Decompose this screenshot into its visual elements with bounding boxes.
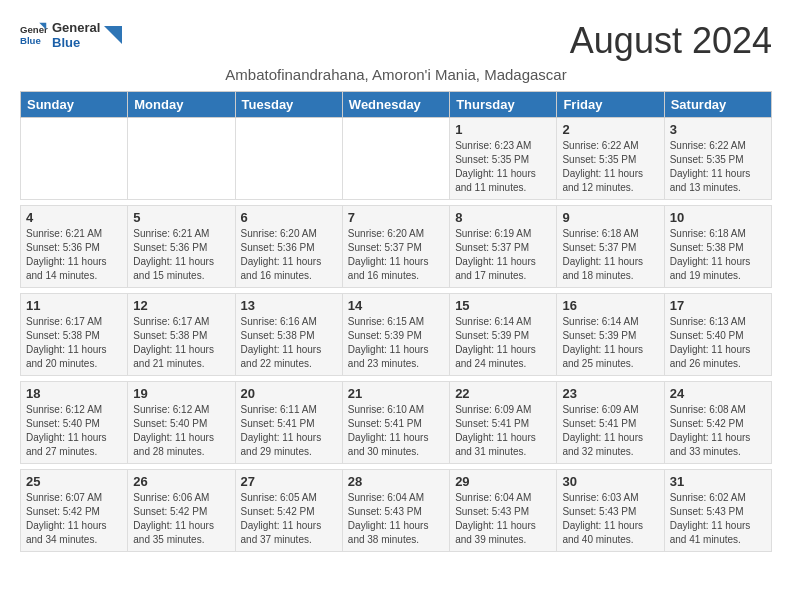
week-row-2: 11 Sunrise: 6:17 AM Sunset: 5:38 PM Dayl…: [21, 294, 772, 376]
calendar-cell: 11 Sunrise: 6:17 AM Sunset: 5:38 PM Dayl…: [21, 294, 128, 376]
calendar-cell: 14 Sunrise: 6:15 AM Sunset: 5:39 PM Dayl…: [342, 294, 449, 376]
header-thursday: Thursday: [450, 92, 557, 118]
header-tuesday: Tuesday: [235, 92, 342, 118]
sunset-label: Sunset: 5:43 PM: [562, 506, 636, 517]
day-number: 23: [562, 386, 658, 401]
calendar-cell: 22 Sunrise: 6:09 AM Sunset: 5:41 PM Dayl…: [450, 382, 557, 464]
day-number: 9: [562, 210, 658, 225]
sunset-label: Sunset: 5:40 PM: [133, 418, 207, 429]
daylight-label: Daylight: 11 hours and 39 minutes.: [455, 520, 536, 545]
sunrise-label: Sunrise: 6:09 AM: [562, 404, 638, 415]
sunset-label: Sunset: 5:35 PM: [562, 154, 636, 165]
day-info: Sunrise: 6:20 AM Sunset: 5:37 PM Dayligh…: [348, 227, 444, 283]
day-info: Sunrise: 6:05 AM Sunset: 5:42 PM Dayligh…: [241, 491, 337, 547]
logo-icon: General Blue: [20, 21, 48, 49]
calendar-cell: 29 Sunrise: 6:04 AM Sunset: 5:43 PM Dayl…: [450, 470, 557, 552]
svg-text:Blue: Blue: [20, 35, 41, 46]
sunrise-label: Sunrise: 6:21 AM: [26, 228, 102, 239]
day-info: Sunrise: 6:09 AM Sunset: 5:41 PM Dayligh…: [455, 403, 551, 459]
week-row-0: 1 Sunrise: 6:23 AM Sunset: 5:35 PM Dayli…: [21, 118, 772, 200]
sunrise-label: Sunrise: 6:05 AM: [241, 492, 317, 503]
week-row-3: 18 Sunrise: 6:12 AM Sunset: 5:40 PM Dayl…: [21, 382, 772, 464]
sunrise-label: Sunrise: 6:09 AM: [455, 404, 531, 415]
sunset-label: Sunset: 5:38 PM: [26, 330, 100, 341]
calendar-cell: 28 Sunrise: 6:04 AM Sunset: 5:43 PM Dayl…: [342, 470, 449, 552]
calendar-cell: 26 Sunrise: 6:06 AM Sunset: 5:42 PM Dayl…: [128, 470, 235, 552]
daylight-label: Daylight: 11 hours and 31 minutes.: [455, 432, 536, 457]
sunset-label: Sunset: 5:40 PM: [670, 330, 744, 341]
sunrise-label: Sunrise: 6:16 AM: [241, 316, 317, 327]
sunrise-label: Sunrise: 6:21 AM: [133, 228, 209, 239]
daylight-label: Daylight: 11 hours and 11 minutes.: [455, 168, 536, 193]
sunset-label: Sunset: 5:38 PM: [133, 330, 207, 341]
sunrise-label: Sunrise: 6:13 AM: [670, 316, 746, 327]
daylight-label: Daylight: 11 hours and 23 minutes.: [348, 344, 429, 369]
daylight-label: Daylight: 11 hours and 14 minutes.: [26, 256, 107, 281]
sunset-label: Sunset: 5:39 PM: [348, 330, 422, 341]
day-number: 27: [241, 474, 337, 489]
calendar-cell: [21, 118, 128, 200]
day-info: Sunrise: 6:17 AM Sunset: 5:38 PM Dayligh…: [26, 315, 122, 371]
day-number: 19: [133, 386, 229, 401]
calendar-cell: 2 Sunrise: 6:22 AM Sunset: 5:35 PM Dayli…: [557, 118, 664, 200]
calendar-cell: 15 Sunrise: 6:14 AM Sunset: 5:39 PM Dayl…: [450, 294, 557, 376]
sunrise-label: Sunrise: 6:17 AM: [26, 316, 102, 327]
sunrise-label: Sunrise: 6:23 AM: [455, 140, 531, 151]
sunset-label: Sunset: 5:42 PM: [133, 506, 207, 517]
sunset-label: Sunset: 5:40 PM: [26, 418, 100, 429]
sunset-label: Sunset: 5:43 PM: [670, 506, 744, 517]
calendar-cell: 30 Sunrise: 6:03 AM Sunset: 5:43 PM Dayl…: [557, 470, 664, 552]
sunrise-label: Sunrise: 6:20 AM: [348, 228, 424, 239]
day-info: Sunrise: 6:14 AM Sunset: 5:39 PM Dayligh…: [455, 315, 551, 371]
sunrise-label: Sunrise: 6:22 AM: [670, 140, 746, 151]
calendar-cell: 3 Sunrise: 6:22 AM Sunset: 5:35 PM Dayli…: [664, 118, 771, 200]
daylight-label: Daylight: 11 hours and 34 minutes.: [26, 520, 107, 545]
daylight-label: Daylight: 11 hours and 27 minutes.: [26, 432, 107, 457]
daylight-label: Daylight: 11 hours and 35 minutes.: [133, 520, 214, 545]
sunset-label: Sunset: 5:43 PM: [348, 506, 422, 517]
title-block: August 2024: [570, 20, 772, 62]
day-info: Sunrise: 6:12 AM Sunset: 5:40 PM Dayligh…: [133, 403, 229, 459]
sunrise-label: Sunrise: 6:03 AM: [562, 492, 638, 503]
calendar-cell: 21 Sunrise: 6:10 AM Sunset: 5:41 PM Dayl…: [342, 382, 449, 464]
sunset-label: Sunset: 5:36 PM: [241, 242, 315, 253]
day-info: Sunrise: 6:15 AM Sunset: 5:39 PM Dayligh…: [348, 315, 444, 371]
sunrise-label: Sunrise: 6:22 AM: [562, 140, 638, 151]
header-monday: Monday: [128, 92, 235, 118]
day-number: 12: [133, 298, 229, 313]
day-number: 10: [670, 210, 766, 225]
sunrise-label: Sunrise: 6:04 AM: [455, 492, 531, 503]
calendar-cell: 4 Sunrise: 6:21 AM Sunset: 5:36 PM Dayli…: [21, 206, 128, 288]
daylight-label: Daylight: 11 hours and 12 minutes.: [562, 168, 643, 193]
sunset-label: Sunset: 5:35 PM: [670, 154, 744, 165]
day-number: 15: [455, 298, 551, 313]
sunrise-label: Sunrise: 6:18 AM: [562, 228, 638, 239]
day-number: 7: [348, 210, 444, 225]
svg-marker-3: [104, 26, 122, 44]
daylight-label: Daylight: 11 hours and 18 minutes.: [562, 256, 643, 281]
day-info: Sunrise: 6:21 AM Sunset: 5:36 PM Dayligh…: [26, 227, 122, 283]
day-number: 4: [26, 210, 122, 225]
sunset-label: Sunset: 5:43 PM: [455, 506, 529, 517]
calendar-cell: 25 Sunrise: 6:07 AM Sunset: 5:42 PM Dayl…: [21, 470, 128, 552]
sunset-label: Sunset: 5:42 PM: [241, 506, 315, 517]
sunset-label: Sunset: 5:35 PM: [455, 154, 529, 165]
sunset-label: Sunset: 5:39 PM: [562, 330, 636, 341]
page-header: General Blue General Blue August 2024: [20, 20, 772, 62]
sunrise-label: Sunrise: 6:04 AM: [348, 492, 424, 503]
calendar-cell: 24 Sunrise: 6:08 AM Sunset: 5:42 PM Dayl…: [664, 382, 771, 464]
sunset-label: Sunset: 5:38 PM: [670, 242, 744, 253]
sunset-label: Sunset: 5:41 PM: [348, 418, 422, 429]
daylight-label: Daylight: 11 hours and 37 minutes.: [241, 520, 322, 545]
day-info: Sunrise: 6:03 AM Sunset: 5:43 PM Dayligh…: [562, 491, 658, 547]
day-info: Sunrise: 6:08 AM Sunset: 5:42 PM Dayligh…: [670, 403, 766, 459]
calendar-cell: [342, 118, 449, 200]
day-info: Sunrise: 6:02 AM Sunset: 5:43 PM Dayligh…: [670, 491, 766, 547]
day-number: 29: [455, 474, 551, 489]
day-info: Sunrise: 6:13 AM Sunset: 5:40 PM Dayligh…: [670, 315, 766, 371]
header-wednesday: Wednesday: [342, 92, 449, 118]
sunset-label: Sunset: 5:36 PM: [26, 242, 100, 253]
day-info: Sunrise: 6:12 AM Sunset: 5:40 PM Dayligh…: [26, 403, 122, 459]
sunrise-label: Sunrise: 6:02 AM: [670, 492, 746, 503]
day-number: 2: [562, 122, 658, 137]
